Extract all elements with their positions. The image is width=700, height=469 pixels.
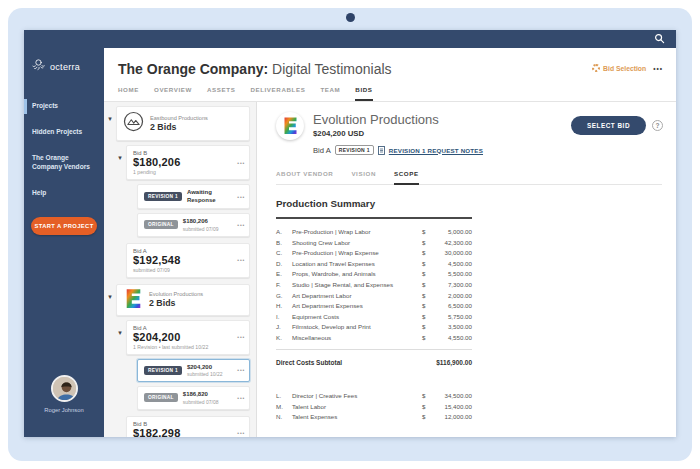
project-name: The Orange Company: xyxy=(118,61,268,77)
row-currency: $ xyxy=(422,413,432,420)
search-icon[interactable] xyxy=(654,30,665,48)
tab-team[interactable]: TEAM xyxy=(320,86,340,101)
bid-amount: $182,298 xyxy=(133,427,237,438)
sidebar-item-help[interactable]: Help xyxy=(24,184,104,203)
octopus-logo-icon xyxy=(31,57,46,77)
card-menu[interactable]: ••• xyxy=(237,257,245,263)
original-amount: $180,206 xyxy=(183,218,219,226)
header-more-menu[interactable]: ••• xyxy=(653,65,663,72)
main-area: The Orange Company: Digital Testimonials… xyxy=(104,48,676,437)
user-block: Roger Johnson xyxy=(24,375,104,437)
app-logo[interactable]: octerra xyxy=(24,48,104,77)
row-currency: $ xyxy=(422,313,432,320)
row-currency: $ xyxy=(422,302,432,309)
vendor-card-evolution[interactable]: Evolution Productions 2 Bids xyxy=(116,284,250,316)
vendor-name: Evolution Productions xyxy=(149,291,203,297)
tab-deliverables[interactable]: DELIVERABLES xyxy=(250,86,305,101)
screen: octerra Projects Hidden Projects The Ora… xyxy=(0,0,700,469)
row-currency: $ xyxy=(422,249,432,256)
row-letter: G. xyxy=(276,292,292,299)
project-header: The Orange Company: Digital Testimonials… xyxy=(104,48,676,102)
card-menu[interactable]: ••• xyxy=(237,334,245,340)
vendor-bid-count: 2 Bids xyxy=(149,298,203,308)
card-menu[interactable]: ••• xyxy=(237,430,245,436)
production-summary-section: Production Summary A.Pre-Production | Wr… xyxy=(276,198,472,420)
collapse-caret-icon[interactable]: ▾ xyxy=(118,329,122,336)
table-row: L.Director | Creative Fees$34,500.00 xyxy=(276,392,472,399)
sidebar-item-hidden-projects[interactable]: Hidden Projects xyxy=(24,123,104,142)
collapse-caret-icon[interactable]: ▾ xyxy=(118,154,122,161)
tab-overview[interactable]: OVERVIEW xyxy=(154,86,192,101)
tab-home[interactable]: HOME xyxy=(118,86,139,101)
collapse-caret-icon[interactable]: ▾ xyxy=(108,115,112,122)
help-icon[interactable]: ? xyxy=(652,120,663,131)
row-amount: 3,500.00 xyxy=(432,323,472,330)
tab-assets[interactable]: ASSETS xyxy=(207,86,235,101)
table-row: N.Talent Expenses$12,000.00 xyxy=(276,413,472,420)
bid-detail-panel: Evolution Productions $204,200 USD Bid A… xyxy=(257,102,676,437)
sidebar-item-projects[interactable]: Projects xyxy=(24,97,104,116)
cost-table: A.Pre-Production | Wrap Labor$5,000.00 B… xyxy=(276,228,472,341)
bid-meta: submitted 07/09 xyxy=(133,267,237,273)
row-currency: $ xyxy=(422,403,432,410)
row-desc: Pre-Production | Wrap Labor xyxy=(292,228,422,235)
card-menu[interactable]: ••• xyxy=(237,160,245,166)
tab-vision[interactable]: VISION xyxy=(351,170,376,184)
row-amount: 30,000.00 xyxy=(432,249,472,256)
bid-card-eastbound-bid-b[interactable]: Bid B $180,206 1 pending ••• xyxy=(126,145,250,180)
vendor-name: Eastbound Productions xyxy=(150,115,208,121)
original-meta: submitted 07/09 xyxy=(183,226,219,232)
row-currency: $ xyxy=(422,270,432,277)
evolution-logo-icon xyxy=(123,289,143,311)
row-desc: Talent Labor xyxy=(292,403,422,410)
vendor-card-eastbound[interactable]: Eastbound Productions 2 Bids xyxy=(116,106,250,141)
row-currency: $ xyxy=(422,260,432,267)
revision-card-selected[interactable]: REVISION 1 $204,200 submitted 10/22 ••• xyxy=(137,359,250,383)
card-menu[interactable]: ••• xyxy=(237,367,245,373)
table-row: E.Props, Wardrobe, and Animals$5,500.00 xyxy=(276,270,472,277)
bid-card-evolution-bid-a[interactable]: Bid A $204,200 1 Revision • last submitt… xyxy=(126,320,250,355)
card-menu[interactable]: ••• xyxy=(237,194,245,200)
app-window: octerra Projects Hidden Projects The Ora… xyxy=(24,30,676,437)
table-row: B.Shooting Crew Labor$42,300.00 xyxy=(276,239,472,246)
original-card-evolution[interactable]: ORIGINAL $186,820 submitted 07/08 ••• xyxy=(137,386,250,410)
revision-request-notes-link[interactable]: REVISION 1 REQUEST NOTES xyxy=(389,147,483,154)
top-navy-bar xyxy=(24,30,676,48)
row-amount: 5,750.00 xyxy=(432,313,472,320)
notes-doc-icon xyxy=(378,141,385,159)
row-letter: J. xyxy=(276,323,292,330)
collapse-caret-icon[interactable]: ▾ xyxy=(108,293,112,300)
card-menu[interactable]: ••• xyxy=(237,395,245,401)
row-currency: $ xyxy=(422,228,432,235)
row-letter: K. xyxy=(276,334,292,341)
bid-selection-button[interactable]: Bid Selection xyxy=(592,64,646,72)
original-card-eastbound[interactable]: ORIGINAL $180,206 submitted 07/09 ••• xyxy=(137,213,250,237)
row-desc: Studio | Stage Rental, and Expenses xyxy=(292,281,422,288)
select-bid-button[interactable]: SELECT BID xyxy=(571,116,646,135)
revision-badge: REVISION 1 xyxy=(144,366,182,375)
sidebar-item-vendors[interactable]: The Orange Company Vendors xyxy=(24,149,104,177)
subtotal-amount: $116,900.00 xyxy=(436,359,472,366)
revision-meta: submitted 10/22 xyxy=(187,371,223,377)
row-amount: 4,500.00 xyxy=(432,260,472,267)
avatar[interactable] xyxy=(51,375,78,402)
row-amount: 6,500.00 xyxy=(432,302,472,309)
bid-card-eastbound-bid-a[interactable]: Bid A $192,548 submitted 07/09 ••• xyxy=(126,243,250,278)
row-desc: Miscellaneous xyxy=(292,334,422,341)
table-row: A.Pre-Production | Wrap Labor$5,000.00 xyxy=(276,228,472,235)
app-logo-text: octerra xyxy=(50,62,80,72)
row-desc: Pre-Production | Wrap Expense xyxy=(292,249,422,256)
start-project-button[interactable]: START A PROJECT xyxy=(31,217,97,235)
tab-about-vendor[interactable]: ABOUT VENDOR xyxy=(276,170,333,184)
revision-badge: REVISION 1 xyxy=(144,192,182,201)
bid-amount: $204,200 xyxy=(133,331,237,343)
bid-card-evolution-bid-b[interactable]: Bid B $182,298 submitted 07/08 ••• xyxy=(126,416,250,438)
revision-card-awaiting[interactable]: REVISION 1 Awaiting Response ••• xyxy=(137,184,250,209)
tab-scope[interactable]: SCOPE xyxy=(394,170,419,185)
row-amount: 7,300.00 xyxy=(432,281,472,288)
row-desc: Director | Creative Fees xyxy=(292,392,422,399)
tab-bids[interactable]: BIDS xyxy=(355,86,372,101)
row-amount: 5,500.00 xyxy=(432,270,472,277)
camera-dot-icon xyxy=(346,13,355,22)
card-menu[interactable]: ••• xyxy=(237,222,245,228)
